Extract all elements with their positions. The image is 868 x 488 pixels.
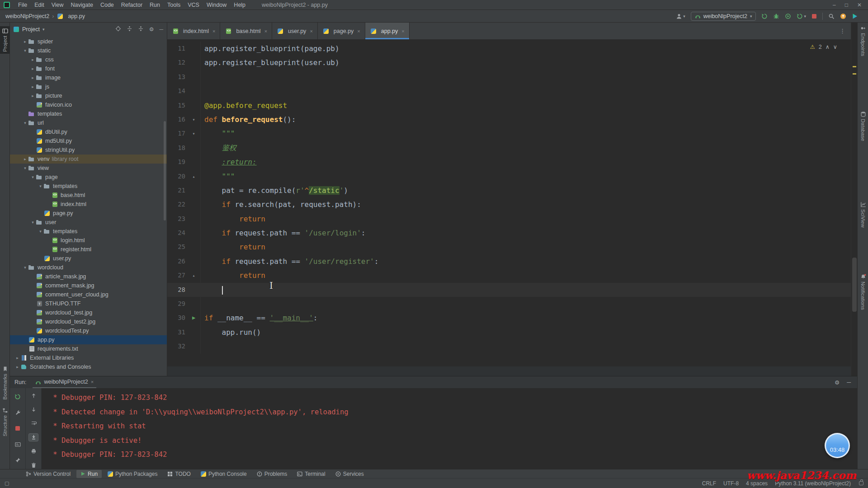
close-icon[interactable]: ×: [264, 28, 267, 34]
chevron-down-icon[interactable]: ▾: [22, 265, 28, 270]
tree-item[interactable]: ▸font: [10, 64, 167, 73]
close-icon[interactable]: ×: [310, 28, 312, 34]
sidebar-tab-endpoints[interactable]: Endpoints: [858, 25, 868, 56]
chevron-down-icon[interactable]: ▾: [30, 220, 36, 225]
tree-item[interactable]: wordcloud_test.jpg: [10, 308, 167, 317]
close-icon[interactable]: ×: [212, 28, 215, 34]
prev-warning-icon[interactable]: ∧: [826, 43, 830, 50]
gear-icon[interactable]: ⚙: [149, 26, 154, 33]
chevron-right-icon[interactable]: ▸: [14, 365, 20, 369]
next-warning-icon[interactable]: ∨: [833, 43, 837, 50]
sidebar-tab-notifications[interactable]: Notifications: [858, 274, 868, 310]
edit-run-config-button[interactable]: [13, 408, 23, 418]
tab-user-py[interactable]: user.py×: [272, 23, 318, 39]
print-button[interactable]: [28, 447, 38, 455]
inspections-widget[interactable]: ⚠ 2 ∧ ∨: [810, 43, 837, 50]
console-output[interactable]: * Debugger PIN: 127-823-842 * Detected c…: [42, 388, 857, 469]
close-icon[interactable]: ×: [91, 379, 94, 385]
chevron-right-icon[interactable]: ▸: [14, 356, 20, 360]
tree-item[interactable]: ▾templates: [10, 227, 167, 236]
tree-item[interactable]: ▸image: [10, 73, 167, 82]
sidebar-tab-project[interactable]: Project: [0, 26, 10, 54]
clear-output-button[interactable]: [28, 461, 38, 469]
tool-window-button-todo[interactable]: TODO: [163, 470, 194, 478]
tool-window-button-version-control[interactable]: Version Control: [22, 470, 75, 478]
tree-item[interactable]: ▾view: [10, 164, 167, 173]
tree-item[interactable]: ▾url: [10, 118, 167, 127]
tree-item[interactable]: STHUPO.TTF: [10, 299, 167, 308]
fold-marker-icon[interactable]: ▴: [187, 268, 201, 282]
tree-item[interactable]: page.py: [10, 209, 167, 218]
console-tab[interactable]: weiboNlpProject2 ×: [33, 376, 96, 388]
search-everywhere-button[interactable]: [828, 13, 835, 19]
notifications-gift-icon[interactable]: [840, 13, 846, 19]
chevron-right-icon[interactable]: ▸: [30, 57, 36, 62]
run-config-selector[interactable]: weiboNlpProject2 ▾: [691, 12, 756, 21]
user-avatar-button[interactable]: ▾: [676, 13, 685, 19]
locate-file-icon[interactable]: [115, 26, 121, 33]
tab-base-html[interactable]: base.html×: [220, 23, 272, 39]
tool-window-toggle-icon[interactable]: ▢: [5, 480, 9, 486]
run-button[interactable]: [761, 13, 768, 19]
expand-all-icon[interactable]: [127, 26, 132, 33]
warning-stripe-mark[interactable]: [853, 66, 856, 67]
chevron-right-icon[interactable]: ▸: [30, 75, 36, 80]
profile-button[interactable]: [785, 13, 791, 19]
sidebar-tab-bookmarks[interactable]: Bookmarks: [0, 366, 10, 400]
tree-item[interactable]: comment_user_cloud.jpg: [10, 290, 167, 299]
tree-item[interactable]: ▸picture: [10, 91, 167, 100]
chevron-down-icon[interactable]: ▾: [42, 27, 45, 32]
sidebar-tab-database[interactable]: Database: [858, 111, 868, 141]
run-line-icon[interactable]: ▶: [187, 311, 201, 325]
close-icon[interactable]: ✕: [857, 2, 862, 8]
tree-item[interactable]: ▾wordcloud: [10, 263, 167, 272]
close-icon[interactable]: ×: [357, 28, 360, 34]
tree-item[interactable]: ▾templates: [10, 182, 167, 191]
chevron-right-icon[interactable]: ▸: [22, 157, 28, 161]
scrollbar-thumb[interactable]: [852, 258, 857, 312]
lock-icon[interactable]: [859, 481, 863, 485]
pin-tab-button[interactable]: [13, 455, 23, 465]
maximize-icon[interactable]: □: [845, 2, 848, 8]
tool-window-button-terminal[interactable]: Terminal: [293, 470, 329, 478]
up-stack-trace-button[interactable]: [28, 392, 38, 400]
tree-item[interactable]: requirements.txt: [10, 344, 167, 353]
ide-features-icon[interactable]: [852, 13, 858, 19]
editor-scrollbar[interactable]: [851, 23, 857, 376]
chevron-down-icon[interactable]: ▾: [22, 48, 28, 53]
tool-window-button-python-console[interactable]: Python Console: [197, 470, 251, 478]
minimize-icon[interactable]: –: [833, 2, 836, 8]
chevron-down-icon[interactable]: ▾: [30, 175, 36, 179]
run-icon[interactable]: ▶: [192, 314, 195, 321]
tree-item[interactable]: stringUtil.py: [10, 145, 167, 155]
scroll-to-end-button[interactable]: [28, 433, 38, 441]
tree-item[interactable]: wordcloudTest.py: [10, 326, 167, 335]
tree-item[interactable]: ▸External Libraries: [10, 353, 167, 362]
collapse-all-icon[interactable]: [138, 26, 144, 33]
tab-options-icon[interactable]: ⋮: [840, 28, 851, 34]
tool-window-button-problems[interactable]: Problems: [253, 470, 292, 478]
fold-marker-icon[interactable]: ▾: [187, 127, 201, 141]
tab-app-py[interactable]: app.py×: [365, 23, 410, 39]
chevron-right-icon[interactable]: ▸: [22, 39, 28, 44]
fold-marker-icon[interactable]: ▾: [187, 113, 201, 127]
chevron-right-icon[interactable]: ▸: [30, 84, 36, 89]
tree-item[interactable]: login.html: [10, 236, 167, 245]
debug-button[interactable]: [773, 13, 779, 19]
soft-wrap-button[interactable]: [28, 419, 38, 427]
breadcrumb-file[interactable]: app.py: [68, 13, 85, 19]
status-item[interactable]: UTF-8: [723, 480, 739, 487]
menu-item-refactor[interactable]: Refactor: [118, 2, 146, 8]
status-item[interactable]: CRLF: [702, 480, 716, 487]
project-panel-title[interactable]: Project: [22, 26, 40, 33]
tree-item[interactable]: app.py: [10, 335, 167, 344]
tree-item[interactable]: ▸css: [10, 55, 167, 64]
tree-item[interactable]: ▸venvlibrary root: [10, 155, 167, 164]
menu-item-view[interactable]: View: [48, 2, 67, 8]
tree-item[interactable]: article_mask.jpg: [10, 272, 167, 281]
tree-item[interactable]: register.html: [10, 245, 167, 254]
chevron-down-icon[interactable]: ▾: [38, 229, 43, 234]
menu-item-code[interactable]: Code: [97, 2, 118, 8]
restart-button[interactable]: ▾: [797, 13, 806, 19]
chevron-right-icon[interactable]: ▸: [30, 66, 36, 71]
